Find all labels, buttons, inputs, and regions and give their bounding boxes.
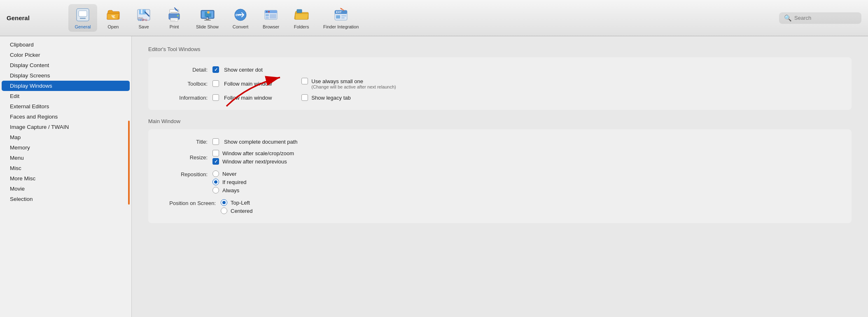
toolbar-item-save[interactable]: TIFF JPG PNG Save bbox=[129, 4, 158, 32]
info-follow-text: Follow main window bbox=[224, 95, 272, 101]
convert-icon: EXT bbox=[232, 7, 249, 23]
editors-section: Detail: Show center dot Toolbox: Follow … bbox=[148, 57, 852, 110]
toolbar: General General bbox=[0, 0, 868, 36]
reposition-row: Reposition: Never If required Always bbox=[158, 167, 842, 196]
svg-rect-30 bbox=[270, 14, 276, 19]
svg-point-14 bbox=[177, 15, 179, 16]
reposition-never-radio[interactable] bbox=[212, 170, 219, 177]
toolbar-label-print: Print bbox=[170, 24, 179, 29]
resize-next-text: Window after next/previous bbox=[222, 158, 287, 165]
sidebar-item-color-picker[interactable]: Color Picker bbox=[2, 50, 130, 60]
resize-scale-text: Window after scale/crop/zoom bbox=[222, 150, 294, 156]
toolbar-label-slideshow: Slide Show bbox=[196, 24, 219, 29]
toolbar-label-browser: Browser bbox=[263, 24, 279, 29]
svg-text:EXT: EXT bbox=[236, 14, 241, 16]
toolbox-follow-checkbox[interactable] bbox=[212, 80, 219, 87]
sidebar-item-map[interactable]: Map bbox=[2, 132, 130, 142]
title-row: Title: Show complete document path bbox=[158, 136, 842, 147]
resize-scale-checkbox[interactable] bbox=[212, 150, 219, 156]
toolbar-label-finder: Finder Integration bbox=[323, 24, 359, 29]
sidebar-item-movie[interactable]: Movie bbox=[2, 184, 130, 194]
use-small-text: Use always small one bbox=[311, 78, 363, 84]
svg-point-31 bbox=[266, 11, 268, 13]
sidebar-item-misc[interactable]: Misc bbox=[2, 163, 130, 173]
title-option-text: Show complete document path bbox=[224, 139, 298, 145]
reposition-if-required-option: If required bbox=[212, 179, 247, 185]
browser-icon bbox=[263, 7, 279, 23]
svg-rect-2 bbox=[80, 18, 86, 19]
reposition-always-text: Always bbox=[222, 187, 239, 193]
position-label: Position on Screen: bbox=[158, 199, 216, 206]
sidebar-item-image-capture[interactable]: Image Capture / TWAIN bbox=[2, 122, 130, 132]
position-top-left-radio[interactable] bbox=[221, 199, 227, 206]
sidebar-item-faces-regions[interactable]: Faces and Regions bbox=[2, 112, 130, 122]
position-centered-radio[interactable] bbox=[221, 207, 227, 214]
svg-rect-12 bbox=[170, 12, 178, 13]
main-window-section: Title: Show complete document path Resiz… bbox=[148, 129, 852, 223]
slideshow-icon bbox=[199, 7, 216, 23]
svg-rect-28 bbox=[266, 14, 269, 16]
print-icon bbox=[166, 7, 182, 23]
sidebar-scrollbar[interactable] bbox=[128, 121, 130, 205]
svg-rect-33 bbox=[297, 9, 302, 13]
title-checkbox[interactable] bbox=[212, 138, 219, 145]
toolbar-item-browser[interactable]: Browser bbox=[257, 4, 285, 32]
reposition-if-required-radio[interactable] bbox=[212, 179, 219, 185]
search-box[interactable]: 🔍 bbox=[779, 12, 861, 24]
toolbar-item-open[interactable]: Open bbox=[99, 4, 128, 32]
position-options: Top-Left Centered bbox=[221, 199, 252, 214]
toolbar-label-general: General bbox=[75, 24, 91, 29]
use-small-checkbox[interactable] bbox=[301, 78, 308, 84]
main-layout: Clipboard Color Picker Display Content D… bbox=[0, 36, 868, 317]
sidebar-item-selection[interactable]: Selection bbox=[2, 194, 130, 204]
legacy-tab-checkbox[interactable] bbox=[301, 94, 308, 101]
position-top-left-option: Top-Left bbox=[221, 199, 252, 206]
detail-row: Detail: Show center dot bbox=[158, 64, 842, 75]
information-row: Information: Follow main window Show leg… bbox=[158, 92, 842, 103]
save-icon: TIFF JPG PNG bbox=[135, 7, 152, 23]
svg-rect-29 bbox=[266, 17, 269, 19]
detail-checkbox[interactable] bbox=[212, 66, 219, 73]
sidebar-item-clipboard[interactable]: Clipboard bbox=[2, 40, 130, 50]
app-window: General General bbox=[0, 0, 868, 317]
toolbox-follow-text: Follow main window bbox=[224, 81, 272, 87]
toolbar-label-open: Open bbox=[108, 24, 119, 29]
toolbar-item-general[interactable]: General bbox=[68, 4, 97, 32]
content-area: Editor's Tool Windows Detail: Show cente… bbox=[132, 36, 868, 317]
position-centered-option: Centered bbox=[221, 207, 252, 214]
toolbar-item-convert[interactable]: EXT Convert bbox=[226, 4, 255, 32]
resize-row: Resize: Window after scale/crop/zoom Win… bbox=[158, 147, 842, 167]
sidebar-item-display-screens[interactable]: Display Screens bbox=[2, 70, 130, 81]
reposition-always-radio[interactable] bbox=[212, 187, 219, 193]
sidebar-item-menu[interactable]: Menu bbox=[2, 153, 130, 163]
svg-rect-20 bbox=[206, 19, 209, 20]
sidebar-item-more-misc[interactable]: More Misc bbox=[2, 173, 130, 184]
position-row: Position on Screen: Top-Left Centered bbox=[158, 196, 842, 217]
resize-next-option: Window after next/previous bbox=[212, 158, 294, 165]
sidebar-item-external-editors[interactable]: External Editors bbox=[2, 101, 130, 112]
reposition-always-option: Always bbox=[212, 187, 247, 193]
sidebar-item-display-content[interactable]: Display Content bbox=[2, 60, 130, 70]
search-input[interactable] bbox=[794, 15, 852, 21]
information-label: Information: bbox=[158, 95, 208, 101]
title-row-label: Title: bbox=[158, 139, 208, 145]
sidebar-item-edit[interactable]: Edit bbox=[2, 91, 130, 101]
toolbar-item-finder[interactable]: EXT Finder Integration bbox=[317, 4, 364, 32]
toolbar-item-print[interactable]: Print bbox=[160, 4, 189, 32]
sidebar-item-display-windows[interactable]: Display Windows bbox=[2, 81, 130, 91]
sidebar-item-memory[interactable]: Memory bbox=[2, 142, 130, 153]
svg-point-32 bbox=[268, 11, 270, 13]
info-follow-checkbox[interactable] bbox=[212, 94, 219, 101]
toolbar-items: General Open bbox=[68, 4, 779, 32]
reposition-never-text: Never bbox=[222, 171, 237, 177]
sidebar: Clipboard Color Picker Display Content D… bbox=[0, 36, 132, 317]
toolbox-label: Toolbox: bbox=[158, 81, 208, 87]
use-small-option: Use always small one (Change will be act… bbox=[301, 78, 396, 89]
reposition-options: Never If required Always bbox=[212, 170, 247, 193]
svg-point-19 bbox=[207, 11, 210, 14]
toolbar-item-slideshow[interactable]: Slide Show bbox=[190, 4, 224, 32]
toolbar-label-convert: Convert bbox=[233, 24, 249, 29]
resize-next-checkbox[interactable] bbox=[212, 158, 219, 165]
finder-icon: EXT bbox=[333, 7, 349, 23]
toolbar-item-folders[interactable]: Folders bbox=[287, 4, 316, 32]
